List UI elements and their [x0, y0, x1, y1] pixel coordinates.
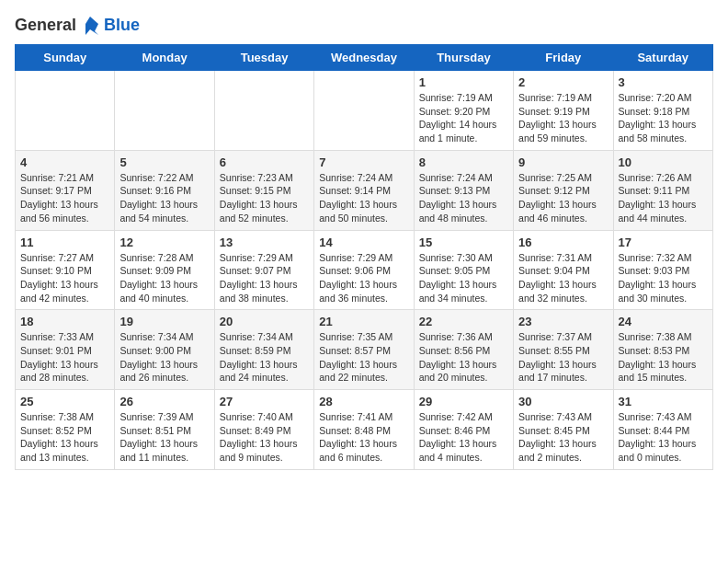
calendar-cell: 26Sunrise: 7:39 AM Sunset: 8:51 PM Dayli…: [115, 390, 214, 470]
day-info: Sunrise: 7:29 AM Sunset: 9:07 PM Dayligh…: [220, 251, 309, 305]
calendar-cell: 20Sunrise: 7:34 AM Sunset: 8:59 PM Dayli…: [214, 310, 313, 390]
header: General Blue: [15, 15, 713, 35]
calendar-cell: 7Sunrise: 7:24 AM Sunset: 9:14 PM Daylig…: [314, 150, 414, 230]
day-info: Sunrise: 7:38 AM Sunset: 8:52 PM Dayligh…: [20, 410, 109, 465]
calendar-cell: 14Sunrise: 7:29 AM Sunset: 9:06 PM Dayli…: [314, 230, 414, 310]
day-number: 31: [619, 395, 708, 408]
day-number: 7: [319, 155, 408, 169]
day-number: 25: [20, 395, 109, 408]
day-info: Sunrise: 7:23 AM Sunset: 9:15 PM Dayligh…: [220, 171, 309, 225]
day-number: 30: [518, 395, 608, 408]
calendar-cell: 10Sunrise: 7:26 AM Sunset: 9:11 PM Dayli…: [613, 150, 712, 230]
day-info: Sunrise: 7:24 AM Sunset: 9:13 PM Dayligh…: [419, 171, 508, 225]
day-number: 29: [419, 395, 508, 408]
calendar-cell: 24Sunrise: 7:38 AM Sunset: 8:53 PM Dayli…: [613, 310, 712, 390]
day-header-thursday: Thursday: [414, 45, 513, 71]
calendar-body: 1Sunrise: 7:19 AM Sunset: 9:20 PM Daylig…: [16, 71, 713, 470]
day-header-friday: Friday: [514, 45, 613, 71]
day-info: Sunrise: 7:33 AM Sunset: 9:01 PM Dayligh…: [20, 330, 109, 385]
day-number: 28: [319, 395, 408, 408]
day-info: Sunrise: 7:43 AM Sunset: 8:44 PM Dayligh…: [619, 410, 708, 465]
day-header-monday: Monday: [115, 45, 214, 71]
day-info: Sunrise: 7:30 AM Sunset: 9:05 PM Dayligh…: [419, 251, 508, 305]
day-info: Sunrise: 7:39 AM Sunset: 8:51 PM Dayligh…: [119, 410, 209, 465]
calendar-cell: 27Sunrise: 7:40 AM Sunset: 8:49 PM Dayli…: [214, 390, 313, 470]
day-number: 1: [419, 75, 508, 89]
day-info: Sunrise: 7:36 AM Sunset: 8:56 PM Dayligh…: [419, 330, 508, 385]
day-number: 8: [419, 155, 508, 169]
day-number: 10: [619, 155, 708, 169]
calendar-cell: 21Sunrise: 7:35 AM Sunset: 8:57 PM Dayli…: [314, 310, 414, 390]
calendar-cell: 16Sunrise: 7:31 AM Sunset: 9:04 PM Dayli…: [514, 230, 613, 310]
day-number: 22: [419, 315, 508, 328]
calendar-cell: 18Sunrise: 7:33 AM Sunset: 9:01 PM Dayli…: [16, 310, 115, 390]
day-number: 12: [119, 236, 209, 249]
day-number: 26: [119, 395, 209, 408]
day-header-sunday: Sunday: [16, 45, 115, 71]
calendar-cell: 4Sunrise: 7:21 AM Sunset: 9:17 PM Daylig…: [16, 150, 115, 230]
calendar-cell: 13Sunrise: 7:29 AM Sunset: 9:07 PM Dayli…: [214, 230, 313, 310]
day-info: Sunrise: 7:20 AM Sunset: 9:18 PM Dayligh…: [619, 91, 708, 145]
day-info: Sunrise: 7:26 AM Sunset: 9:11 PM Dayligh…: [619, 171, 708, 225]
day-info: Sunrise: 7:38 AM Sunset: 8:53 PM Dayligh…: [619, 330, 708, 385]
day-info: Sunrise: 7:41 AM Sunset: 8:48 PM Dayligh…: [319, 410, 408, 465]
day-info: Sunrise: 7:35 AM Sunset: 8:57 PM Dayligh…: [319, 330, 408, 385]
day-number: 13: [220, 236, 309, 249]
calendar-cell: 29Sunrise: 7:42 AM Sunset: 8:46 PM Dayli…: [414, 390, 513, 470]
day-number: 3: [619, 75, 708, 89]
day-number: 14: [319, 236, 408, 249]
calendar-cell: 8Sunrise: 7:24 AM Sunset: 9:13 PM Daylig…: [414, 150, 513, 230]
calendar-cell: 31Sunrise: 7:43 AM Sunset: 8:44 PM Dayli…: [613, 390, 712, 470]
calendar-cell: 9Sunrise: 7:25 AM Sunset: 9:12 PM Daylig…: [514, 150, 613, 230]
calendar-cell: 28Sunrise: 7:41 AM Sunset: 8:48 PM Dayli…: [314, 390, 414, 470]
day-number: 9: [518, 155, 608, 169]
calendar-header: SundayMondayTuesdayWednesdayThursdayFrid…: [16, 45, 713, 71]
day-number: 24: [619, 315, 708, 328]
calendar-cell: [314, 71, 414, 151]
day-info: Sunrise: 7:43 AM Sunset: 8:45 PM Dayligh…: [518, 410, 608, 465]
day-info: Sunrise: 7:27 AM Sunset: 9:10 PM Dayligh…: [20, 251, 109, 305]
calendar-cell: 23Sunrise: 7:37 AM Sunset: 8:55 PM Dayli…: [514, 310, 613, 390]
day-info: Sunrise: 7:21 AM Sunset: 9:17 PM Dayligh…: [20, 171, 109, 225]
day-info: Sunrise: 7:42 AM Sunset: 8:46 PM Dayligh…: [419, 410, 508, 465]
day-info: Sunrise: 7:32 AM Sunset: 9:03 PM Dayligh…: [619, 251, 708, 305]
calendar-cell: [214, 71, 313, 151]
week-row-2: 4Sunrise: 7:21 AM Sunset: 9:17 PM Daylig…: [16, 150, 713, 230]
day-info: Sunrise: 7:37 AM Sunset: 8:55 PM Dayligh…: [518, 330, 608, 385]
day-number: 15: [419, 236, 508, 249]
day-info: Sunrise: 7:19 AM Sunset: 9:19 PM Dayligh…: [518, 91, 608, 145]
day-info: Sunrise: 7:34 AM Sunset: 9:00 PM Dayligh…: [119, 330, 209, 385]
day-number: 4: [20, 155, 109, 169]
logo: General Blue: [15, 15, 140, 35]
calendar-cell: [115, 71, 214, 151]
calendar-cell: 22Sunrise: 7:36 AM Sunset: 8:56 PM Dayli…: [414, 310, 513, 390]
day-info: Sunrise: 7:19 AM Sunset: 9:20 PM Dayligh…: [419, 91, 508, 145]
week-row-4: 18Sunrise: 7:33 AM Sunset: 9:01 PM Dayli…: [16, 310, 713, 390]
day-number: 19: [119, 315, 209, 328]
day-info: Sunrise: 7:40 AM Sunset: 8:49 PM Dayligh…: [220, 410, 309, 465]
week-row-1: 1Sunrise: 7:19 AM Sunset: 9:20 PM Daylig…: [16, 71, 713, 151]
day-number: 6: [220, 155, 309, 169]
calendar-cell: 25Sunrise: 7:38 AM Sunset: 8:52 PM Dayli…: [16, 390, 115, 470]
day-header-tuesday: Tuesday: [214, 45, 313, 71]
day-number: 20: [220, 315, 309, 328]
logo-bird-icon: [80, 15, 100, 35]
day-info: Sunrise: 7:31 AM Sunset: 9:04 PM Dayligh…: [518, 251, 608, 305]
day-number: 5: [119, 155, 209, 169]
day-number: 17: [619, 236, 708, 249]
week-row-5: 25Sunrise: 7:38 AM Sunset: 8:52 PM Dayli…: [16, 390, 713, 470]
day-number: 16: [518, 236, 608, 249]
day-info: Sunrise: 7:28 AM Sunset: 9:09 PM Dayligh…: [119, 251, 209, 305]
calendar-cell: 1Sunrise: 7:19 AM Sunset: 9:20 PM Daylig…: [414, 71, 513, 151]
calendar-cell: 30Sunrise: 7:43 AM Sunset: 8:45 PM Dayli…: [514, 390, 613, 470]
week-row-3: 11Sunrise: 7:27 AM Sunset: 9:10 PM Dayli…: [16, 230, 713, 310]
day-info: Sunrise: 7:24 AM Sunset: 9:14 PM Dayligh…: [319, 171, 408, 225]
day-info: Sunrise: 7:34 AM Sunset: 8:59 PM Dayligh…: [220, 330, 309, 385]
calendar-cell: 5Sunrise: 7:22 AM Sunset: 9:16 PM Daylig…: [115, 150, 214, 230]
day-number: 11: [20, 236, 109, 249]
days-of-week-row: SundayMondayTuesdayWednesdayThursdayFrid…: [16, 45, 713, 71]
calendar-cell: 12Sunrise: 7:28 AM Sunset: 9:09 PM Dayli…: [115, 230, 214, 310]
calendar-cell: 17Sunrise: 7:32 AM Sunset: 9:03 PM Dayli…: [613, 230, 712, 310]
calendar-cell: [16, 71, 115, 151]
day-info: Sunrise: 7:22 AM Sunset: 9:16 PM Dayligh…: [119, 171, 209, 225]
